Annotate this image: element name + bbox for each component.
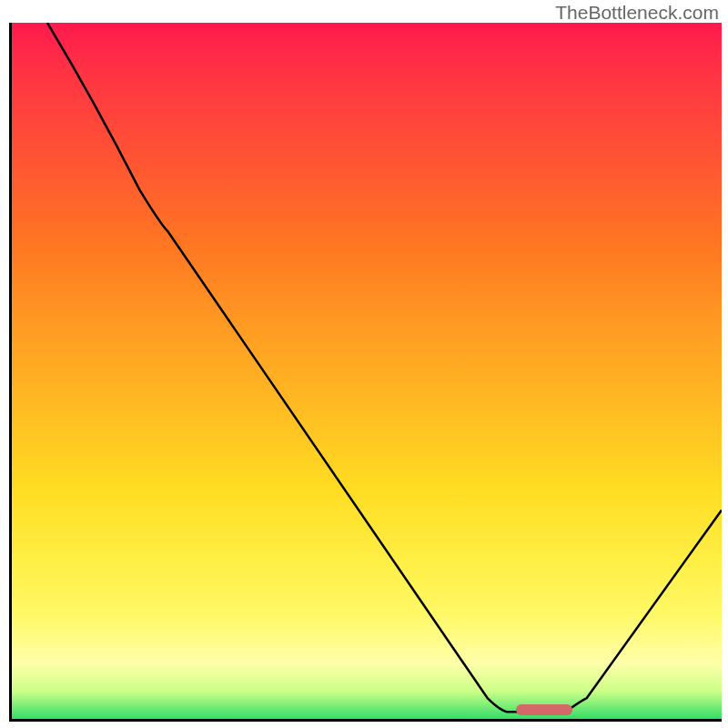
- chart-plot-area: [9, 23, 722, 722]
- watermark-text: TheBottleneck.com: [555, 2, 719, 24]
- chart-minimum-marker: [516, 704, 572, 715]
- chart-curve-path: [47, 23, 722, 712]
- chart-curve-svg: [12, 23, 722, 719]
